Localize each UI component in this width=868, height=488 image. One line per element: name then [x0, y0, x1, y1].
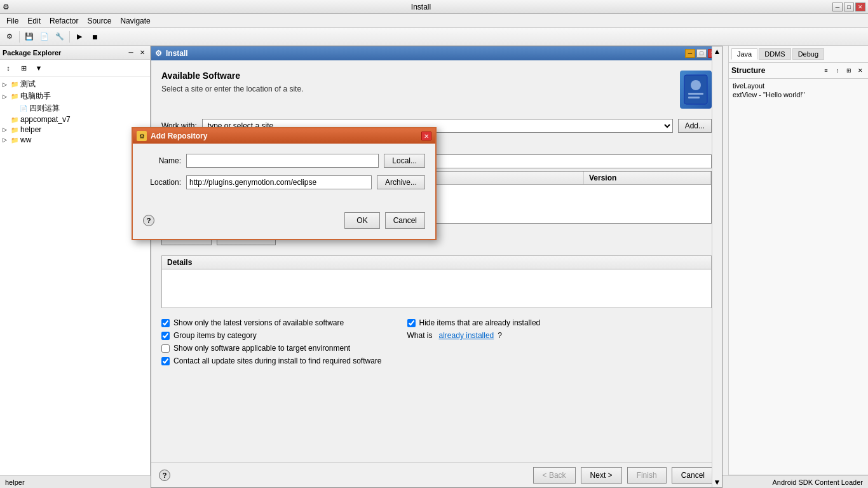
- toolbar-btn-6[interactable]: ⏹: [88, 30, 102, 44]
- right-item-0[interactable]: tiveLayout: [731, 81, 865, 90]
- maximize-btn[interactable]: □: [844, 3, 854, 11]
- repo-title: Add Repository: [151, 132, 207, 140]
- folder-icon-3: 📁: [10, 115, 19, 124]
- panel-minimize-btn[interactable]: ─: [126, 48, 136, 58]
- tab-java[interactable]: Java: [731, 48, 757, 60]
- structure-label: Structure: [731, 66, 765, 75]
- folder-icon-5: 📁: [10, 135, 19, 144]
- option-hide-label: Hide items that are already installed: [419, 318, 541, 327]
- col-header-version: Version: [584, 172, 711, 184]
- options-section: Show only the latest versions of availab…: [161, 316, 712, 372]
- repo-help-icon[interactable]: ?: [143, 215, 154, 226]
- right-toolbar-btn-1[interactable]: ≡: [821, 65, 831, 76]
- option-contact-sites[interactable]: [161, 357, 170, 365]
- finish-btn[interactable]: Finish: [627, 467, 667, 484]
- panel-toolbar-btn-3[interactable]: ▼: [32, 61, 46, 75]
- back-btn[interactable]: < Back: [533, 467, 576, 484]
- toolbar-btn-3[interactable]: 📄: [37, 30, 51, 44]
- folder-icon-2: 📁: [10, 92, 19, 101]
- menu-source[interactable]: Source: [83, 15, 115, 27]
- svg-rect-2: [688, 93, 703, 95]
- repo-footer: ? OK Cancel: [133, 207, 435, 239]
- option-latest-versions[interactable]: [161, 319, 170, 327]
- install-dialog-icon: ⚙: [155, 49, 162, 58]
- cancel-btn[interactable]: Cancel: [672, 467, 714, 484]
- package-explorer-panel: Package Explorer ─ ✕ ↕ ⊞ ▼ ▷ 📁 测试 ▷ 📁 电脑…: [0, 46, 151, 475]
- section-title: Available Software: [161, 71, 672, 81]
- toolbar-btn-5[interactable]: ▶: [72, 30, 86, 44]
- right-toolbar-btn-4[interactable]: ✕: [855, 65, 865, 76]
- already-installed-link[interactable]: already installed: [439, 331, 494, 340]
- repo-cancel-btn[interactable]: Cancel: [385, 212, 425, 229]
- panel-title: Package Explorer: [3, 49, 61, 57]
- tree-item-ceshi[interactable]: ▷ 📁 测试: [1, 78, 149, 90]
- svg-rect-3: [688, 97, 700, 98]
- repo-ok-btn[interactable]: OK: [344, 212, 379, 229]
- status-right: Android SDK Content Loader: [773, 478, 863, 486]
- main-titlebar: ⚙ Install ─ □ ✕: [0, 0, 868, 14]
- tree-item-diannao[interactable]: ▷ 📁 电脑助手: [1, 90, 149, 102]
- tab-debug[interactable]: Debug: [792, 48, 824, 60]
- menu-edit[interactable]: Edit: [24, 15, 44, 27]
- name-input[interactable]: [186, 154, 379, 168]
- svg-point-1: [691, 80, 701, 90]
- minimize-btn[interactable]: ─: [832, 3, 843, 11]
- toolbar-btn-2[interactable]: 💾: [22, 30, 36, 44]
- details-section: Details ▲ ▼: [161, 255, 712, 308]
- right-panel: Java DDMS Debug Structure ≡ ↕ ⊞ ✕ tiveLa…: [728, 46, 868, 488]
- main-title: Install: [10, 3, 832, 11]
- panel-toolbar-btn-2[interactable]: ⊞: [17, 61, 31, 75]
- location-input[interactable]: [186, 175, 372, 189]
- panel-close-btn[interactable]: ✕: [137, 48, 147, 58]
- toolbar-btn-4[interactable]: 🔧: [53, 30, 67, 44]
- install-dialog-footer: ? < Back Next > Finish Cancel: [151, 462, 722, 487]
- install-dialog-title: Install: [166, 49, 188, 58]
- install-maximize-btn[interactable]: □: [696, 49, 707, 58]
- close-btn[interactable]: ✕: [855, 3, 865, 11]
- right-toolbar-btn-2[interactable]: ↕: [832, 65, 843, 76]
- right-toolbar-btn-3[interactable]: ⊞: [844, 65, 854, 76]
- install-dialog-titlebar: ⚙ Install ─ □ ✕: [151, 46, 722, 60]
- repo-titlebar: ⚙ Add Repository ✕: [133, 128, 435, 144]
- wizard-image: [680, 71, 712, 109]
- tree-item-appcompat[interactable]: 📁 appcompat_v7: [1, 114, 149, 125]
- footer-help-icon[interactable]: ?: [159, 470, 170, 481]
- toolbar: ⚙ 💾 📄 🔧 ▶ ⏹: [0, 28, 868, 46]
- tab-ddms[interactable]: DDMS: [759, 48, 790, 60]
- folder-icon: 📁: [10, 80, 19, 89]
- local-btn[interactable]: Local...: [384, 154, 425, 168]
- install-dialog: ⚙ Install ─ □ ✕ Available Software Selec…: [151, 46, 722, 488]
- tree-item-ww[interactable]: ▷ 📁 ww: [1, 135, 149, 145]
- tree-item-helper[interactable]: ▷ 📁 helper: [1, 125, 149, 135]
- repo-close-btn[interactable]: ✕: [421, 132, 431, 140]
- next-btn[interactable]: Next >: [581, 467, 622, 484]
- menu-navigate[interactable]: Navigate: [116, 15, 154, 27]
- option-latest-label: Show only the latest versions of availab…: [173, 318, 344, 327]
- option-target-label: Show only software applicable to target …: [173, 344, 350, 353]
- question-mark: ?: [498, 331, 502, 340]
- status-left: helper: [5, 478, 25, 486]
- menu-refactor[interactable]: Refactor: [46, 15, 82, 27]
- what-is-text: What is: [407, 331, 433, 340]
- file-icon: 📄: [19, 104, 28, 113]
- option-target-env[interactable]: [161, 344, 170, 353]
- option-hide-installed[interactable]: [407, 319, 416, 327]
- name-label: Name:: [143, 156, 181, 165]
- right-item-1[interactable]: extView - "Hello world!": [731, 90, 865, 99]
- archive-btn[interactable]: Archive...: [377, 175, 425, 189]
- option-group-category[interactable]: [161, 332, 170, 340]
- panel-toolbar-btn-1[interactable]: ↕: [1, 61, 15, 75]
- add-button[interactable]: Add...: [678, 119, 712, 133]
- toolbar-btn-1[interactable]: ⚙: [3, 30, 17, 44]
- repo-content: Name: Local... Location: Archive...: [133, 144, 435, 207]
- details-label: Details: [167, 258, 192, 267]
- tree-item-sizeyun[interactable]: 📄 四则运算: [1, 102, 149, 114]
- folder-icon-4: 📁: [10, 125, 19, 134]
- option-group-label: Group items by category: [173, 331, 257, 340]
- repo-icon: ⚙: [137, 131, 147, 141]
- install-dialog-content: Available Software Select a site or ente…: [151, 60, 722, 462]
- install-minimize-btn[interactable]: ─: [685, 49, 695, 58]
- location-label: Location:: [143, 178, 181, 187]
- add-repository-dialog: ⚙ Add Repository ✕ Name: Local... Locati…: [132, 127, 437, 240]
- menu-file[interactable]: File: [3, 15, 22, 27]
